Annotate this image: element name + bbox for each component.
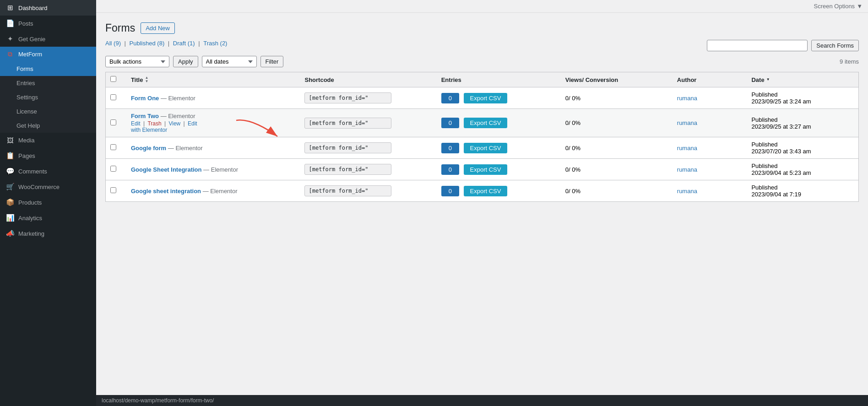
table-body: Form One — Elementor 0 Export CSV 0/ 0% … [106,87,859,202]
sidebar-item-posts[interactable]: 📄 Posts [0,16,96,31]
edit-link[interactable]: Edit [131,120,141,127]
author-link[interactable]: rumana [677,166,697,173]
sidebar-item-forms[interactable]: Forms [0,62,96,76]
all-count: 9 [115,40,119,47]
date-status: Published [751,91,777,98]
form-title-link[interactable]: Form One [131,95,159,102]
search-forms-button[interactable]: Search Forms [811,40,859,51]
toolbar-left: Bulk actions Delete Apply All dates Filt… [105,56,283,67]
edit-elementor-link[interactable]: Edit [188,120,197,127]
shortcode-field[interactable] [304,185,391,196]
sidebar-item-settings[interactable]: Settings [0,90,96,104]
sep: | [164,120,167,127]
form-title-link[interactable]: Form Two [131,113,159,119]
author-link[interactable]: rumana [677,95,697,102]
form-title-link[interactable]: Google Sheet Integration [131,166,202,173]
shortcode-field[interactable] [304,118,391,129]
filter-button[interactable]: Filter [260,56,284,67]
filter-all-link[interactable]: All (9) [105,40,121,47]
sidebar-item-metform[interactable]: ⧉ MetForm [0,47,96,62]
dashboard-icon: ⊞ [5,4,15,12]
form-type: — Elementor [203,166,238,173]
export-csv-button[interactable]: Export CSV [464,143,508,153]
row-checkbox[interactable] [110,144,116,150]
export-csv-button[interactable]: Export CSV [464,118,508,128]
row-date: Published 2023/09/25 at 3:24 am [747,87,858,109]
sidebar-item-license[interactable]: License [0,104,96,119]
sidebar-label-settings: Settings [16,94,38,101]
filter-published-link[interactable]: Published (8) [130,40,165,47]
col-header-date[interactable]: Date ▼ [747,72,858,87]
status-url: localhost/demo-wamp/metform-form/form-tw… [102,397,214,404]
select-all-checkbox[interactable] [110,76,116,82]
sidebar-item-pages[interactable]: 📋 Pages [0,148,96,163]
row-title: Form One — Elementor [126,87,300,109]
sidebar-item-analytics[interactable]: 📊 Analytics [0,210,96,226]
row-entries: 0 Export CSV [437,137,561,159]
sidebar-item-media[interactable]: 🖼 Media [0,133,96,148]
col-header-title[interactable]: Title ▲▼ [126,72,300,87]
dates-select[interactable]: All dates [202,56,257,67]
view-link[interactable]: View [168,120,180,127]
bulk-actions-select[interactable]: Bulk actions Delete [105,56,169,67]
search-input[interactable] [707,40,808,51]
apply-button[interactable]: Apply [173,56,198,67]
sidebar: ⊞ Dashboard 📄 Posts ✦ Get Genie ⧉ MetFor… [0,0,96,406]
row-checkbox[interactable] [110,166,116,172]
col-header-author: Author [673,72,747,87]
row-checkbox[interactable] [110,94,116,100]
row-date: Published 2023/09/25 at 3:27 am [747,109,858,137]
form-title-link[interactable]: Google form [131,145,166,152]
form-title-link[interactable]: Google sheet integration [131,188,201,195]
export-csv-button[interactable]: Export CSV [464,164,508,175]
sidebar-label-pages: Pages [18,152,35,159]
sidebar-label-metform: MetForm [18,51,42,58]
sidebar-item-entries[interactable]: Entries [0,76,96,90]
export-csv-button[interactable]: Export CSV [464,93,508,103]
sidebar-item-get-genie[interactable]: ✦ Get Genie [0,31,96,47]
filter-draft-link[interactable]: Draft (1) [173,40,195,47]
col-header-views: Views/ Conversion [561,72,673,87]
filter-trash-link[interactable]: Trash (2) [203,40,227,47]
author-link[interactable]: rumana [677,145,697,152]
row-title: Google form — Elementor [126,137,300,159]
entries-count-button[interactable]: 0 [441,143,459,153]
woocommerce-icon: 🛒 [5,183,15,191]
row-author: rumana [673,87,747,109]
author-link[interactable]: rumana [677,119,697,126]
shortcode-field[interactable] [304,164,391,175]
row-checkbox[interactable] [110,187,116,193]
screen-options-button[interactable]: Screen Options ▼ [814,3,863,10]
table-row: Google sheet integration — Elementor 0 E… [106,180,859,202]
sidebar-item-dashboard[interactable]: ⊞ Dashboard [0,0,96,16]
entries-count-button[interactable]: 0 [441,118,459,128]
row-cb [106,109,126,137]
export-csv-button[interactable]: Export CSV [464,186,508,196]
row-entries: 0 Export CSV [437,87,561,109]
col-header-entries: Entries [437,72,561,87]
status-bar: localhost/demo-wamp/metform-form/form-tw… [96,395,868,406]
sidebar-label-dashboard: Dashboard [18,5,48,11]
date-value: 2023/07/20 at 3:43 am [751,148,811,155]
row-checkbox[interactable] [110,119,116,125]
shortcode-field[interactable] [304,142,391,153]
add-new-button[interactable]: Add New [141,22,175,34]
sidebar-label-woocommerce: WooCommerce [18,184,60,190]
edit-with-elementor-link[interactable]: with Elementor [131,127,167,133]
author-link[interactable]: rumana [677,188,697,195]
row-cb [106,159,126,180]
sidebar-item-comments[interactable]: 💬 Comments [0,163,96,179]
trash-link[interactable]: Trash [147,120,161,127]
sidebar-item-products[interactable]: 📦 Products [0,195,96,210]
entries-count-button[interactable]: 0 [441,93,459,103]
shortcode-field[interactable] [304,92,391,103]
sidebar-item-get-help[interactable]: Get Help [0,119,96,133]
entries-count-button[interactable]: 0 [441,186,459,196]
screen-options-chevron-icon: ▼ [857,3,863,10]
col-header-shortcode: Shortcode [300,72,436,87]
sidebar-item-woocommerce[interactable]: 🛒 WooCommerce [0,179,96,195]
sidebar-label-forms: Forms [16,65,33,72]
entries-count-button[interactable]: 0 [441,164,459,175]
sidebar-item-marketing[interactable]: 📣 Marketing [0,226,96,241]
row-entries: 0 Export CSV [437,159,561,180]
